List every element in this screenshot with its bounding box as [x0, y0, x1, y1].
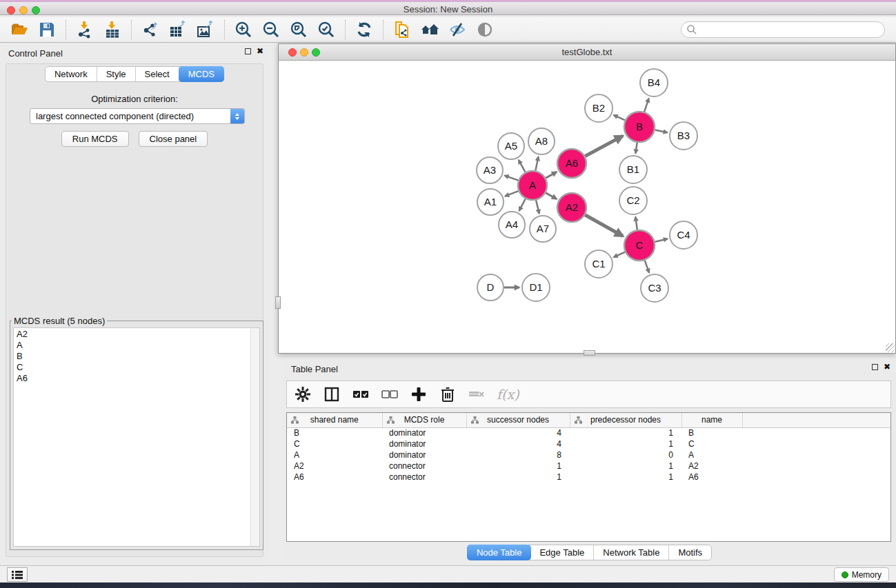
graph-edge-C-C3[interactable] — [645, 261, 649, 273]
table-cell[interactable]: dominator — [382, 449, 466, 460]
table-cell[interactable]: 4 — [466, 438, 570, 449]
graph-edge-B-B3[interactable] — [655, 130, 668, 133]
birdseye-handle-left[interactable] — [275, 296, 281, 309]
graph-edge-A-A4[interactable] — [519, 199, 526, 210]
table-cell[interactable]: B — [681, 427, 742, 438]
run-mcds-button[interactable]: Run MCDS — [61, 131, 129, 147]
export-image-button[interactable] — [192, 19, 219, 41]
table-cell[interactable]: 1 — [570, 460, 681, 472]
refresh-network-button[interactable] — [350, 19, 378, 41]
column-header-name[interactable]: name — [681, 413, 742, 427]
table-cell[interactable]: connector — [382, 460, 466, 472]
graph-edge-C-C4[interactable] — [655, 239, 667, 241]
graph-edge-B-B1[interactable] — [635, 143, 637, 154]
graph-edge-A-A7[interactable] — [536, 200, 539, 213]
graph-edge-C-C1[interactable] — [614, 252, 625, 258]
graph-edge-A-A3[interactable] — [504, 176, 518, 181]
table-cell[interactable]: 4 — [466, 427, 570, 438]
float-panel-icon[interactable] — [872, 364, 878, 370]
network-window-titlebar[interactable]: testGlobe.txt — [279, 44, 895, 61]
table-cell[interactable]: 1 — [570, 438, 681, 449]
table-cell[interactable]: 1 — [466, 472, 570, 483]
column-header-MCDS-role[interactable]: MCDS role — [382, 413, 466, 427]
table-row[interactable]: A2connector11A2 — [287, 460, 890, 472]
table-cell[interactable]: 1 — [570, 427, 681, 438]
select-all-button[interactable] — [352, 385, 370, 403]
search-input[interactable] — [697, 23, 884, 37]
graph-edge-A-A8[interactable] — [535, 156, 538, 170]
table-row[interactable]: Cdominator41C — [287, 438, 890, 449]
clone-network-button[interactable] — [388, 19, 416, 41]
zoom-in-button[interactable] — [230, 19, 257, 41]
graph-edge-A-A2[interactable] — [546, 193, 557, 199]
table-cell[interactable]: 0 — [570, 449, 681, 460]
graph-edge-B-B4[interactable] — [644, 99, 648, 112]
graph-edge-A6-B[interactable] — [585, 136, 622, 156]
table-cell[interactable]: B — [287, 427, 382, 438]
tab-node-table[interactable]: Node Table — [467, 545, 532, 560]
node-table[interactable]: shared nameMCDS rolesuccessor nodesprede… — [287, 413, 890, 483]
column-header-predecessor-nodes[interactable]: predecessor nodes — [570, 413, 681, 427]
home-button[interactable] — [416, 19, 444, 41]
criterion-dropdown[interactable]: largest connected component (directed) — [30, 108, 245, 124]
float-panel-icon[interactable] — [245, 48, 251, 54]
table-row[interactable]: A6connector11A6 — [287, 472, 890, 483]
add-row-button[interactable] — [410, 385, 428, 403]
table-settings-button[interactable] — [294, 385, 312, 403]
graph-edge-C-C2[interactable] — [635, 217, 637, 230]
table-cell[interactable]: A6 — [681, 472, 742, 483]
graph-edge-B-B2[interactable] — [614, 115, 625, 121]
table-cell[interactable]: 1 — [570, 472, 681, 483]
task-history-button[interactable] — [7, 567, 28, 582]
mcds-result-item[interactable]: C — [17, 362, 259, 373]
resize-grip[interactable] — [886, 343, 895, 352]
save-session-button[interactable] — [33, 19, 61, 41]
table-cell[interactable]: A — [287, 449, 382, 460]
mcds-result-item[interactable]: B — [17, 351, 259, 362]
deselect-all-button[interactable] — [381, 385, 399, 403]
table-row[interactable]: Adominator80A — [287, 449, 890, 460]
memory-button[interactable]: Memory — [834, 567, 889, 582]
table-cell[interactable]: A — [681, 449, 742, 460]
table-cell[interactable]: connector — [382, 472, 466, 483]
scrollbar-track[interactable] — [250, 328, 259, 546]
export-table-button[interactable] — [164, 19, 192, 41]
zoom-selected-button[interactable] — [312, 19, 340, 41]
table-cell[interactable]: A6 — [287, 472, 382, 483]
open-session-button[interactable] — [6, 19, 33, 41]
delete-row-button[interactable] — [439, 385, 457, 403]
birdseye-handle-bottom[interactable] — [584, 350, 595, 356]
import-table-button[interactable] — [99, 19, 126, 41]
close-panel-icon[interactable]: ✖ — [884, 363, 890, 371]
graph-edge-A-A1[interactable] — [505, 191, 518, 196]
network-graph[interactable]: AA6A2BCA5A8A3A1A4A7B4B2B3B1C2C4C1C3DD1 — [279, 61, 895, 354]
tab-network-table[interactable]: Network Table — [594, 545, 669, 560]
tab-style[interactable]: Style — [97, 67, 136, 81]
export-network-button[interactable] — [137, 19, 164, 41]
graph-edge-A2-C[interactable] — [585, 215, 623, 236]
network-canvas[interactable]: AA6A2BCA5A8A3A1A4A7B4B2B3B1C2C4C1C3DD1 — [279, 61, 895, 353]
close-panel-icon[interactable]: ✖ — [257, 48, 263, 55]
table-cell[interactable]: dominator — [382, 427, 466, 438]
tab-mcds[interactable]: MCDS — [179, 66, 224, 82]
table-row[interactable]: Bdominator41B — [287, 427, 890, 438]
mcds-result-list[interactable]: A2ABCA6 — [13, 327, 260, 547]
mcds-result-item[interactable]: A6 — [17, 373, 259, 384]
graph-edge-A-A5[interactable] — [519, 160, 526, 172]
table-cell[interactable]: 1 — [466, 460, 570, 472]
table-cell[interactable]: C — [681, 438, 742, 449]
column-header-successor-nodes[interactable]: successor nodes — [466, 413, 570, 427]
tab-network[interactable]: Network — [46, 67, 97, 81]
table-cell[interactable]: dominator — [382, 438, 466, 449]
zoom-fit-button[interactable] — [285, 19, 312, 41]
hide-graphics-details-button[interactable] — [444, 19, 471, 41]
zoom-out-button[interactable] — [257, 19, 285, 41]
tab-edge-table[interactable]: Edge Table — [530, 545, 594, 560]
table-cell[interactable]: A2 — [287, 460, 382, 472]
table-cell[interactable]: C — [287, 438, 382, 449]
show-column-button[interactable] — [323, 385, 341, 403]
table-cell[interactable]: A2 — [681, 460, 742, 472]
show-graphics-details-button[interactable] — [471, 19, 499, 41]
column-header-shared-name[interactable]: shared name — [287, 413, 382, 427]
tab-select[interactable]: Select — [136, 67, 179, 81]
